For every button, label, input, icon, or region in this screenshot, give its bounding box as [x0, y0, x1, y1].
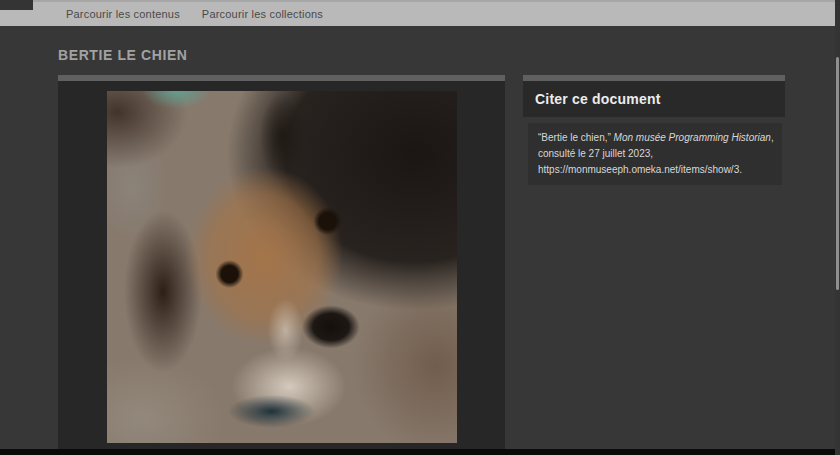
- citation-line-1: “Bertie le chien,” Mon musée Programming…: [538, 130, 772, 146]
- item-media-panel: [58, 75, 505, 449]
- citation-line-1-end: ,: [771, 132, 774, 143]
- window-corner-notch: [0, 0, 33, 10]
- citation-sidebar: Citer ce document “Bertie le chien,” Mon…: [523, 75, 785, 185]
- citation-line-2: consulté le 27 juillet 2023,: [538, 146, 772, 162]
- cite-document-box: Citer ce document: [523, 81, 785, 117]
- nav-browse-items[interactable]: Parcourir les contenus: [66, 8, 180, 20]
- cite-heading: Citer ce document: [535, 91, 661, 107]
- omeka-item-page: Parcourir les contenus Parcourir les col…: [0, 0, 840, 455]
- citation-quoted-title: “Bertie le chien,”: [538, 132, 614, 143]
- scrollbar-track[interactable]: [835, 0, 840, 455]
- bertie-dog-photo[interactable]: [107, 91, 457, 443]
- page-title: BERTIE LE CHIEN: [58, 47, 188, 63]
- citation-url: https://monmuseeph.omeka.net/items/show/…: [538, 162, 772, 178]
- scrollbar-thumb[interactable]: [836, 57, 839, 290]
- citation-site-name: Mon musée Programming Historian: [614, 132, 771, 143]
- nav-browse-collections[interactable]: Parcourir les collections: [202, 8, 323, 20]
- top-navigation: Parcourir les contenus Parcourir les col…: [0, 0, 836, 26]
- citation-text: “Bertie le chien,” Mon musée Programming…: [528, 123, 782, 185]
- footer-bar: [0, 449, 840, 455]
